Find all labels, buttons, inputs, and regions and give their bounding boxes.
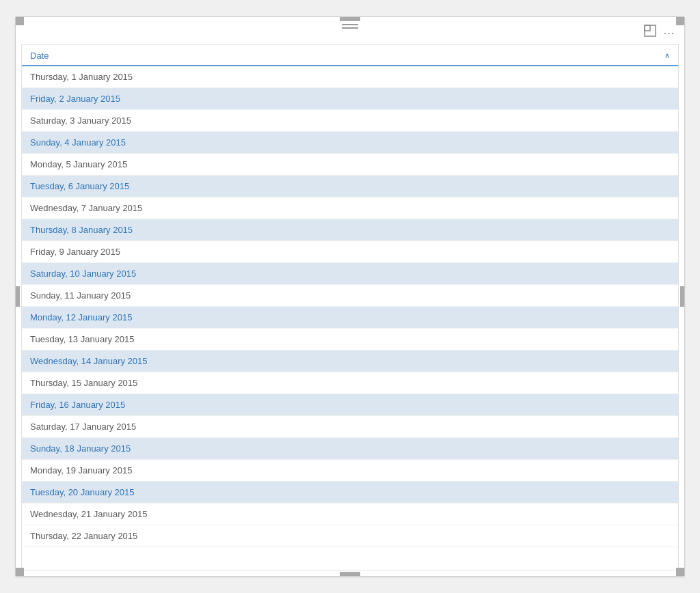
drag-line-1 bbox=[342, 24, 358, 25]
table-row[interactable]: Thursday, 15 January 2015 bbox=[22, 372, 678, 394]
date-cell: Sunday, 18 January 2015 bbox=[30, 443, 131, 454]
resize-handle-top[interactable] bbox=[340, 17, 360, 21]
table-body[interactable]: Thursday, 1 January 2015Friday, 2 Januar… bbox=[22, 66, 678, 570]
table-row[interactable]: Thursday, 8 January 2015 bbox=[22, 219, 678, 241]
table-row[interactable]: Tuesday, 13 January 2015 bbox=[22, 329, 678, 350]
resize-handle-tl[interactable] bbox=[16, 17, 24, 25]
table-row[interactable]: Monday, 19 January 2015 bbox=[22, 460, 678, 482]
drag-handle[interactable] bbox=[342, 24, 358, 29]
date-cell: Thursday, 15 January 2015 bbox=[30, 378, 137, 388]
date-cell: Monday, 5 January 2015 bbox=[30, 159, 127, 169]
date-cell: Thursday, 1 January 2015 bbox=[30, 72, 133, 82]
date-cell: Thursday, 22 January 2015 bbox=[30, 531, 137, 541]
date-cell: Tuesday, 20 January 2015 bbox=[30, 487, 135, 497]
date-cell: Friday, 2 January 2015 bbox=[30, 94, 120, 104]
table-row[interactable]: Friday, 9 January 2015 bbox=[22, 241, 678, 263]
date-cell: Sunday, 4 January 2015 bbox=[30, 137, 126, 148]
resize-handle-bottom[interactable] bbox=[340, 572, 360, 576]
drag-line-2 bbox=[342, 27, 358, 29]
table-row[interactable]: Wednesday, 7 January 2015 bbox=[22, 197, 678, 219]
date-cell: Saturday, 17 January 2015 bbox=[30, 422, 136, 432]
date-cell: Monday, 19 January 2015 bbox=[30, 465, 132, 475]
resize-handle-right[interactable] bbox=[680, 286, 684, 307]
date-cell: Friday, 9 January 2015 bbox=[30, 247, 120, 257]
panel-content: Date ∧ Thursday, 1 January 2015Friday, 2… bbox=[16, 44, 684, 576]
widget-container: ... Date ∧ Thursday, 1 January 2015Frida… bbox=[0, 0, 700, 593]
date-cell: Friday, 16 January 2015 bbox=[30, 400, 125, 410]
table-row[interactable]: Saturday, 10 January 2015 bbox=[22, 263, 678, 285]
table-row[interactable]: Saturday, 17 January 2015 bbox=[22, 416, 678, 438]
table-row[interactable]: Tuesday, 6 January 2015 bbox=[22, 176, 678, 197]
date-cell: Wednesday, 7 January 2015 bbox=[30, 203, 142, 213]
table-row[interactable]: Monday, 12 January 2015 bbox=[22, 307, 678, 329]
date-cell: Monday, 12 January 2015 bbox=[30, 312, 132, 322]
table-row[interactable]: Thursday, 1 January 2015 bbox=[22, 66, 678, 88]
svg-rect-1 bbox=[645, 25, 650, 31]
date-cell: Wednesday, 21 January 2015 bbox=[30, 509, 148, 519]
date-cell: Sunday, 11 January 2015 bbox=[30, 290, 131, 301]
table-row[interactable]: Wednesday, 21 January 2015 bbox=[22, 504, 678, 525]
table-row[interactable]: Sunday, 4 January 2015 bbox=[22, 132, 678, 154]
resize-handle-tr[interactable] bbox=[676, 17, 684, 25]
date-cell: Thursday, 8 January 2015 bbox=[30, 225, 133, 235]
table-row[interactable]: Friday, 16 January 2015 bbox=[22, 394, 678, 416]
table-row[interactable]: Sunday, 18 January 2015 bbox=[22, 438, 678, 460]
sort-icon[interactable]: ∧ bbox=[664, 51, 670, 60]
table-row[interactable]: Sunday, 11 January 2015 bbox=[22, 285, 678, 307]
date-cell: Tuesday, 13 January 2015 bbox=[30, 334, 135, 344]
more-button[interactable]: ... bbox=[662, 24, 676, 38]
date-table: Date ∧ Thursday, 1 January 2015Friday, 2… bbox=[21, 44, 679, 570]
date-cell: Wednesday, 14 January 2015 bbox=[30, 356, 148, 366]
expand-button[interactable] bbox=[643, 24, 657, 38]
panel: ... Date ∧ Thursday, 1 January 2015Frida… bbox=[15, 16, 685, 577]
resize-handle-left[interactable] bbox=[16, 286, 20, 307]
table-row[interactable]: Wednesday, 14 January 2015 bbox=[22, 350, 678, 372]
resize-handle-bl[interactable] bbox=[16, 568, 24, 576]
table-header: Date ∧ bbox=[22, 45, 678, 66]
table-row[interactable]: Tuesday, 20 January 2015 bbox=[22, 482, 678, 504]
resize-handle-br[interactable] bbox=[676, 568, 684, 576]
table-row[interactable]: Saturday, 3 January 2015 bbox=[22, 110, 678, 132]
column-header-date: Date bbox=[30, 51, 664, 61]
table-row[interactable]: Thursday, 22 January 2015 bbox=[22, 525, 678, 547]
panel-header: ... bbox=[16, 17, 684, 44]
date-cell: Saturday, 3 January 2015 bbox=[30, 115, 131, 126]
table-row[interactable]: Monday, 5 January 2015 bbox=[22, 154, 678, 176]
date-cell: Saturday, 10 January 2015 bbox=[30, 268, 136, 279]
date-cell: Tuesday, 6 January 2015 bbox=[30, 181, 129, 191]
table-row[interactable]: Friday, 2 January 2015 bbox=[22, 88, 678, 110]
